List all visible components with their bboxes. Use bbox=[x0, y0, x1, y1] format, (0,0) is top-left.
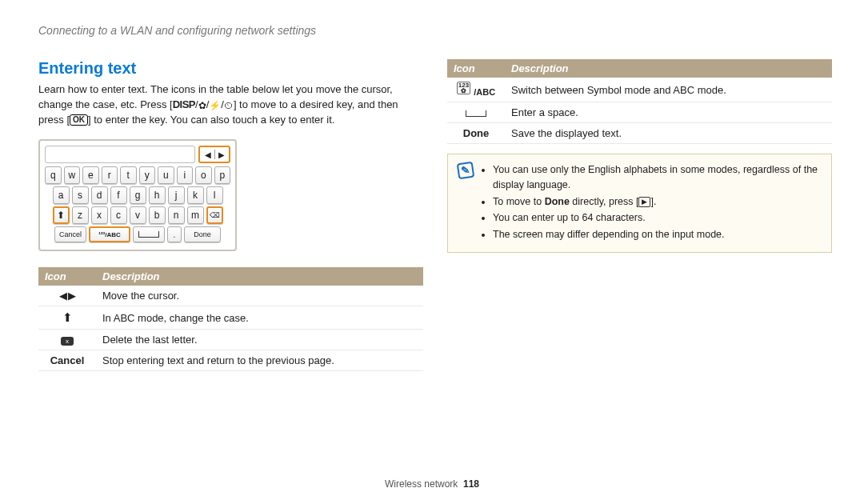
keyboard-text-field bbox=[45, 146, 195, 163]
key-r: r bbox=[102, 166, 118, 184]
key-i: i bbox=[177, 166, 194, 184]
play-icon: ▶ bbox=[638, 197, 650, 207]
key-row-1: q w e r t y u i o p bbox=[45, 166, 230, 184]
cursor-arrows-icon bbox=[38, 286, 96, 306]
key-l: l bbox=[206, 186, 223, 204]
footer-section: Wireless network bbox=[385, 478, 458, 490]
page-number: 118 bbox=[463, 478, 479, 490]
key-x: x bbox=[91, 206, 108, 224]
key-j: j bbox=[168, 186, 185, 204]
note-item: You can enter up to 64 characters. bbox=[493, 210, 822, 226]
page-footer: Wireless network 118 bbox=[0, 478, 864, 490]
shift-key: ⬆ bbox=[53, 206, 70, 224]
table-row: Cancel Stop entering text and return to … bbox=[38, 350, 423, 371]
disp-label: DISP bbox=[173, 98, 195, 110]
flash-icon: ⚡ bbox=[209, 100, 221, 111]
key-n: n bbox=[168, 206, 185, 224]
table-row: x Delete the last letter. bbox=[38, 330, 423, 350]
note-text: directly, press [ bbox=[570, 196, 639, 207]
table-row: Done Save the displayed text. bbox=[447, 123, 832, 144]
key-u: u bbox=[158, 166, 174, 184]
table-row: In ABC mode, change the case. bbox=[38, 306, 423, 330]
note-item: You can use only the English alphabets i… bbox=[493, 162, 822, 193]
cancel-label: Cancel bbox=[38, 350, 96, 371]
key-o: o bbox=[195, 166, 212, 184]
section-title: Entering text bbox=[38, 59, 423, 78]
row-desc: Stop entering text and return to the pre… bbox=[96, 350, 423, 371]
note-list: You can use only the English alphabets i… bbox=[482, 162, 822, 244]
key-s: s bbox=[72, 186, 89, 204]
timer-icon: ⏲ bbox=[224, 100, 234, 111]
cancel-key: Cancel bbox=[54, 226, 86, 242]
icon-description-table-right: Icon Description 123✿ /ABC Switch betwee… bbox=[447, 59, 832, 144]
breadcrumb: Connecting to a WLAN and configuring net… bbox=[38, 24, 832, 37]
abc-mode-icon: 123✿ /ABC bbox=[447, 78, 505, 102]
key-g: g bbox=[130, 186, 146, 204]
key-row-2: a s d f g h j k l bbox=[45, 186, 230, 204]
key-a: a bbox=[53, 186, 70, 204]
note-text: ]. bbox=[650, 196, 656, 207]
row-desc: In ABC mode, change the case. bbox=[96, 306, 423, 330]
intro-text-3: ] to enter the key. You can also touch a… bbox=[88, 114, 334, 126]
row-desc: Delete the last letter. bbox=[96, 330, 423, 350]
th-description: Description bbox=[96, 267, 423, 286]
key-f: f bbox=[110, 186, 127, 204]
done-label: Done bbox=[447, 123, 505, 144]
row-desc: Move the cursor. bbox=[96, 286, 423, 306]
table-row: Enter a space. bbox=[447, 102, 832, 123]
done-key: Done bbox=[184, 226, 221, 242]
table-row: Move the cursor. bbox=[38, 286, 423, 306]
key-h: h bbox=[149, 186, 166, 204]
cursor-nav-keys: ◀▶ bbox=[198, 146, 230, 163]
delete-icon: x bbox=[38, 330, 96, 350]
note-box: ✎ You can use only the English alphabets… bbox=[447, 154, 832, 253]
space-icon bbox=[447, 102, 505, 123]
right-column: Icon Description 123✿ /ABC Switch betwee… bbox=[447, 59, 832, 371]
key-p: p bbox=[214, 166, 231, 184]
row-desc: Switch between Symbol mode and ABC mode. bbox=[505, 78, 832, 102]
key-t: t bbox=[120, 166, 137, 184]
key-row-3: ⬆ z x c v b n m ⌫ bbox=[45, 206, 230, 224]
th-icon: Icon bbox=[38, 267, 96, 286]
key-q: q bbox=[45, 166, 62, 184]
key-z: z bbox=[72, 206, 89, 224]
th-description: Description bbox=[505, 59, 832, 78]
th-icon: Icon bbox=[447, 59, 505, 78]
key-c: c bbox=[110, 206, 127, 224]
row-desc: Save the displayed text. bbox=[505, 123, 832, 144]
abc-mode-key: ¹²³/ABC bbox=[89, 226, 130, 242]
note-bold: Done bbox=[545, 196, 570, 207]
intro-paragraph: Learn how to enter text. The icons in th… bbox=[38, 82, 423, 128]
note-item: To move to Done directly, press [▶]. bbox=[493, 194, 822, 210]
key-row-bottom: Cancel ¹²³/ABC . Done bbox=[45, 226, 230, 242]
note-item: The screen may differ depending on the i… bbox=[493, 227, 822, 242]
table-row: 123✿ /ABC Switch between Symbol mode and… bbox=[447, 78, 832, 102]
key-w: w bbox=[64, 166, 81, 184]
key-y: y bbox=[139, 166, 156, 184]
key-k: k bbox=[187, 186, 204, 204]
key-m: m bbox=[187, 206, 204, 224]
ok-icon: OK bbox=[70, 114, 88, 126]
key-v: v bbox=[130, 206, 146, 224]
key-b: b bbox=[149, 206, 166, 224]
space-key bbox=[133, 226, 165, 242]
shift-arrow-icon bbox=[38, 306, 96, 330]
note-text: To move to bbox=[493, 196, 545, 207]
icon-description-table-left: Icon Description Move the cursor. In ABC… bbox=[38, 267, 423, 371]
key-d: d bbox=[91, 186, 108, 204]
left-column: Entering text Learn how to enter text. T… bbox=[38, 59, 423, 371]
key-e: e bbox=[82, 166, 99, 184]
row-desc: Enter a space. bbox=[505, 102, 832, 123]
keyboard-illustration: ◀▶ q w e r t y u i o p a s d f g h j bbox=[38, 139, 237, 251]
note-icon: ✎ bbox=[457, 162, 475, 180]
macro-icon: ✿ bbox=[198, 100, 206, 111]
period-key: . bbox=[167, 226, 182, 242]
backspace-key: ⌫ bbox=[206, 206, 223, 224]
